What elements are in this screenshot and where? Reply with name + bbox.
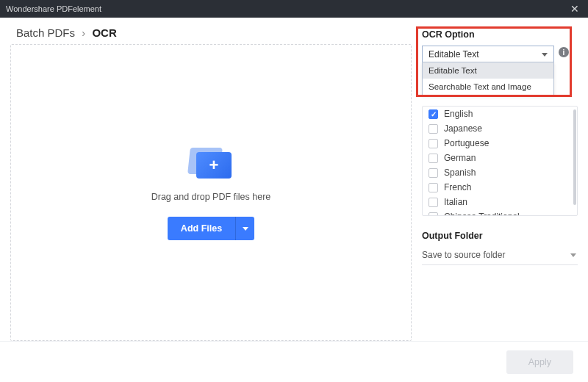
- file-dropzone[interactable]: + Drag and drop PDF files here Add Files: [10, 44, 412, 341]
- add-files-button[interactable]: Add Files: [168, 217, 235, 240]
- info-icon[interactable]: i: [559, 47, 569, 57]
- output-folder-select[interactable]: Save to source folder: [422, 247, 578, 265]
- add-files-more-button[interactable]: [235, 217, 254, 240]
- language-label: Italian: [444, 197, 467, 207]
- output-folder-selected: Save to source folder: [422, 250, 505, 260]
- checkbox[interactable]: [429, 124, 438, 134]
- checkbox[interactable]: [429, 212, 438, 217]
- language-item[interactable]: German: [423, 151, 577, 165]
- breadcrumb-current: OCR: [92, 26, 116, 39]
- checkbox[interactable]: [429, 139, 438, 148]
- apply-button: Apply: [506, 350, 573, 374]
- language-item[interactable]: Spanish: [423, 165, 577, 180]
- language-label: Chinese Traditional: [444, 212, 520, 216]
- app-title: Wondershare PDFelement: [6, 4, 101, 13]
- breadcrumb-parent[interactable]: Batch PDFs: [16, 26, 75, 39]
- language-label: Spanish: [444, 167, 476, 178]
- ocr-option-dropdown: Editable Text Searchable Text and Image: [422, 62, 554, 96]
- output-folder-label: Output Folder: [422, 231, 578, 241]
- add-folder-icon: +: [189, 145, 233, 180]
- language-item[interactable]: Japanese: [423, 121, 577, 136]
- ocr-option-item-searchable[interactable]: Searchable Text and Image: [423, 79, 553, 95]
- breadcrumb: Batch PDFs › OCR: [16, 26, 117, 39]
- ocr-option-select[interactable]: Editable Text: [422, 46, 554, 63]
- checkbox[interactable]: [429, 183, 438, 192]
- ocr-option-selected: Editable Text: [429, 49, 479, 60]
- language-label: Japanese: [444, 123, 482, 134]
- checkbox[interactable]: [429, 168, 438, 178]
- options-panel: OCR Option Editable Text i Editable Text…: [422, 29, 578, 341]
- checkbox[interactable]: [429, 198, 438, 207]
- language-item[interactable]: ✓English: [423, 107, 577, 121]
- checkbox[interactable]: ✓: [429, 109, 438, 119]
- dropzone-hint: Drag and drop PDF files here: [151, 192, 271, 202]
- ocr-option-item-editable[interactable]: Editable Text: [423, 62, 553, 79]
- dialog-footer: Apply: [0, 341, 588, 382]
- chevron-down-icon: [570, 253, 576, 257]
- checkbox[interactable]: [429, 154, 438, 163]
- language-label: Portuguese: [444, 138, 489, 148]
- chevron-down-icon: [243, 227, 248, 231]
- titlebar: Wondershare PDFelement ✕: [0, 0, 588, 18]
- ocr-option-label: OCR Option: [422, 29, 578, 40]
- chevron-down-icon: [542, 53, 548, 57]
- language-label: French: [444, 182, 471, 192]
- language-item[interactable]: Italian: [423, 195, 577, 209]
- language-list[interactable]: ✓EnglishJapanesePortugueseGermanSpanishF…: [422, 106, 578, 216]
- close-icon[interactable]: ✕: [567, 4, 582, 14]
- scrollbar[interactable]: [573, 109, 576, 205]
- language-item[interactable]: French: [423, 180, 577, 195]
- language-label: German: [444, 153, 476, 163]
- language-label: English: [444, 109, 473, 119]
- breadcrumb-separator: ›: [82, 26, 85, 39]
- language-item[interactable]: Portuguese: [423, 136, 577, 151]
- language-item[interactable]: Chinese Traditional: [423, 209, 577, 216]
